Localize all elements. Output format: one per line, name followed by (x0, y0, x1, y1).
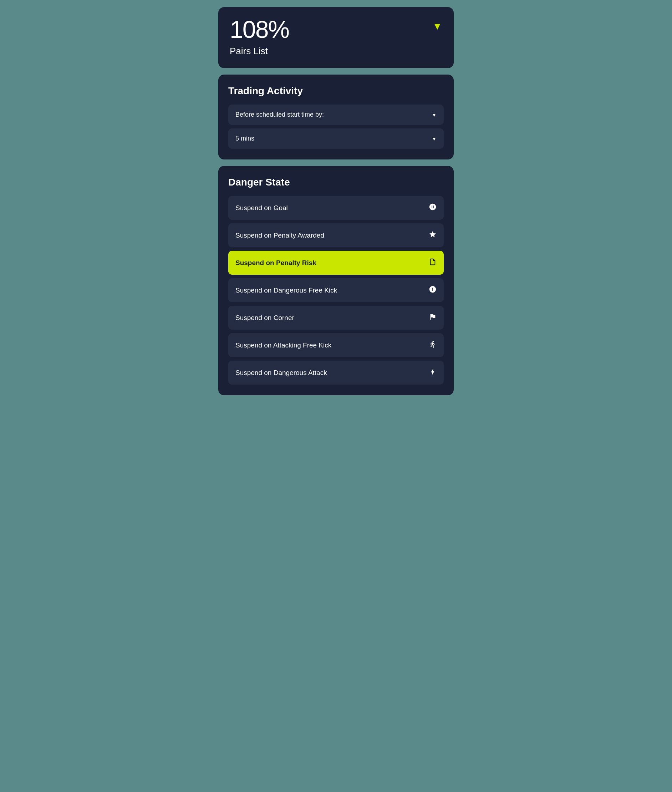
pairs-list-left: 108% Pairs List (230, 17, 289, 57)
trading-activity-dropdown-2[interactable]: 5 mins ▼ (228, 128, 444, 149)
danger-state-list: Suspend on GoalSuspend on Penalty Awarde… (228, 196, 444, 385)
danger-item-label-3: Suspend on Dangerous Free Kick (235, 286, 337, 294)
danger-state-card: Danger State Suspend on GoalSuspend on P… (218, 166, 454, 395)
page-container: 108% Pairs List ▼ Trading Activity Befor… (218, 7, 454, 785)
pairs-chevron-icon[interactable]: ▼ (432, 21, 442, 32)
trading-activity-title: Trading Activity (228, 85, 444, 97)
danger-item-icon-5 (429, 340, 437, 350)
danger-state-item-3[interactable]: Suspend on Dangerous Free Kick (228, 278, 444, 302)
danger-item-icon-2 (429, 258, 437, 267)
danger-state-item-1[interactable]: Suspend on Penalty Awarded (228, 223, 444, 247)
danger-state-item-5[interactable]: Suspend on Attacking Free Kick (228, 333, 444, 357)
trading-activity-dropdown-2-arrow: ▼ (432, 136, 437, 142)
percentage-value: 108% (230, 17, 289, 42)
danger-item-label-2: Suspend on Penalty Risk (235, 259, 317, 267)
danger-item-icon-4 (429, 313, 437, 323)
trading-activity-card: Trading Activity Before scheduled start … (218, 75, 454, 160)
danger-item-label-0: Suspend on Goal (235, 204, 288, 212)
danger-state-item-2[interactable]: Suspend on Penalty Risk (228, 251, 444, 275)
danger-state-title: Danger State (228, 177, 444, 188)
pairs-list-label: Pairs List (230, 46, 289, 57)
danger-item-icon-0 (429, 203, 437, 213)
danger-item-label-5: Suspend on Attacking Free Kick (235, 341, 331, 349)
danger-state-item-0[interactable]: Suspend on Goal (228, 196, 444, 220)
danger-item-label-6: Suspend on Dangerous Attack (235, 369, 327, 377)
trading-activity-dropdown-1[interactable]: Before scheduled start time by: ▼ (228, 104, 444, 125)
danger-state-item-6[interactable]: Suspend on Dangerous Attack (228, 361, 444, 385)
trading-activity-dropdown-1-label: Before scheduled start time by: (235, 111, 324, 118)
danger-item-label-4: Suspend on Corner (235, 314, 294, 322)
pairs-list-card: 108% Pairs List ▼ (218, 7, 454, 68)
trading-activity-dropdown-1-arrow: ▼ (432, 112, 437, 118)
danger-item-icon-6 (429, 368, 437, 378)
danger-item-label-1: Suspend on Penalty Awarded (235, 232, 324, 239)
danger-state-item-4[interactable]: Suspend on Corner (228, 306, 444, 330)
trading-activity-dropdown-2-label: 5 mins (235, 135, 254, 142)
danger-item-icon-1 (429, 230, 437, 240)
danger-item-icon-3 (429, 285, 437, 295)
